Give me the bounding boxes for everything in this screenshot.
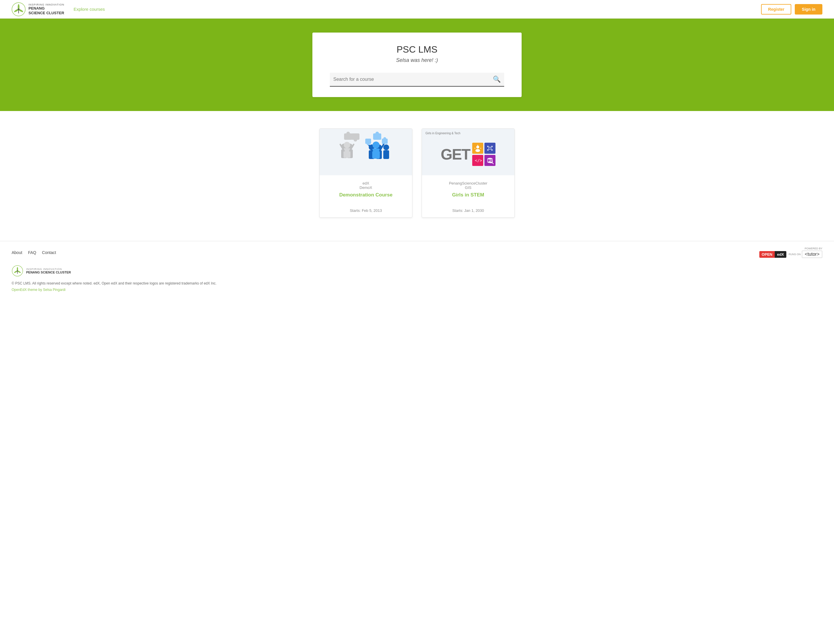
footer-about-link[interactable]: About: [11, 250, 23, 255]
logo-name: PENANGSCIENCE CLUSTER: [29, 6, 64, 15]
footer-contact-link[interactable]: Contact: [42, 250, 56, 255]
explore-courses-link[interactable]: Explore courses: [74, 6, 105, 11]
search-icon: 🔍: [493, 76, 501, 83]
search-input[interactable]: [331, 76, 491, 83]
svg-rect-25: [383, 150, 389, 159]
course-body-stem: PenangScienceCluster GIS Girls in STEM S…: [422, 175, 514, 217]
course-image-demo: [320, 129, 412, 175]
demo-course-illustration: [328, 131, 404, 173]
course-num-demo: DemoX: [359, 185, 372, 190]
footer: About FAQ Contact POWERED BY OPEN edX RU…: [0, 241, 834, 303]
openedx-badge: OPEN edX: [759, 251, 786, 258]
footer-logo-text: INSPIRING INNOVATION PENANG SCIENCE CLUS…: [26, 268, 71, 274]
hero-title: PSC LMS: [330, 44, 504, 55]
navbar: INSPIRING INNOVATION PENANGSCIENCE CLUST…: [0, 0, 834, 19]
svg-rect-13: [343, 148, 351, 158]
signin-button[interactable]: Sign in: [795, 4, 823, 15]
get-cell-3: </>: [472, 155, 483, 166]
footer-tagline: INSPIRING INNOVATION: [26, 268, 71, 270]
svg-point-41: [489, 147, 491, 149]
get-icons-grid: </>: [472, 143, 495, 166]
open-label: OPEN: [759, 251, 775, 258]
logo-icon: [11, 2, 26, 16]
svg-line-56: [492, 163, 493, 164]
search-bar: 🔍: [330, 73, 504, 87]
footer-links: About FAQ Contact: [11, 250, 56, 255]
course-start-demo: Starts: Feb 5, 2013: [350, 201, 382, 213]
footer-top: About FAQ Contact POWERED BY OPEN edX RU…: [11, 247, 823, 258]
footer-theme-link[interactable]: OpenEdX theme by Selsa Pingardi: [11, 288, 823, 292]
svg-point-61: [17, 270, 18, 272]
navbar-left: INSPIRING INNOVATION PENANGSCIENCE CLUST…: [11, 2, 105, 16]
hero-card: PSC LMS Selsa was here! :) 🔍: [312, 32, 522, 97]
logo-tagline: INSPIRING INNOVATION: [29, 3, 64, 6]
course-card-demo[interactable]: edX DemoX Demonstration Course Starts: F…: [319, 128, 412, 218]
svg-point-12: [344, 142, 350, 148]
course-title-demo[interactable]: Demonstration Course: [339, 192, 392, 198]
course-image-stem: Girls in Engineering & Tech GET: [422, 129, 514, 175]
svg-point-31: [367, 142, 370, 145]
navbar-right: Register Sign in: [761, 4, 823, 15]
search-button[interactable]: 🔍: [491, 74, 503, 84]
get-cell-2: [485, 143, 495, 154]
register-button[interactable]: Register: [761, 4, 791, 15]
course-org-demo: edX: [362, 181, 369, 185]
powered-by-label: POWERED BY: [805, 247, 823, 250]
get-label-text: Girls in Engineering & Tech: [425, 132, 460, 135]
course-body-demo: edX DemoX Demonstration Course Starts: F…: [320, 175, 412, 217]
footer-faq-link[interactable]: FAQ: [28, 250, 36, 255]
svg-point-7: [346, 132, 350, 135]
course-title-stem[interactable]: Girls in STEM: [452, 192, 485, 198]
course-start-stem: Starts: Jan 1, 2030: [452, 201, 484, 213]
footer-bottom: INSPIRING INNOVATION PENANG SCIENCE CLUS…: [11, 265, 823, 292]
runs-on-label: RUNS ON: [789, 253, 801, 256]
logo-text-area: INSPIRING INNOVATION PENANGSCIENCE CLUST…: [29, 3, 64, 15]
course-card-stem[interactable]: Girls in Engineering & Tech GET: [422, 128, 515, 218]
hero-section: PSC LMS Selsa was here! :) 🔍: [0, 19, 834, 111]
footer-org-name: PENANG SCIENCE CLUSTER: [26, 270, 71, 274]
svg-point-24: [383, 144, 389, 150]
get-acronym: GET: [441, 146, 470, 163]
logo-area: INSPIRING INNOVATION PENANGSCIENCE CLUST…: [11, 2, 64, 16]
svg-point-26: [373, 142, 380, 149]
svg-rect-27: [372, 149, 380, 159]
hero-subtitle: Selsa was here! :): [330, 57, 504, 63]
course-num-stem: GIS: [465, 185, 471, 190]
svg-point-19: [375, 132, 379, 135]
footer-logo-icon: [11, 265, 23, 277]
svg-point-33: [383, 137, 386, 140]
courses-section: edX DemoX Demonstration Course Starts: F…: [0, 111, 834, 241]
powered-badges: OPEN edX RUNS ON <tutor>: [759, 251, 823, 258]
svg-point-17: [354, 138, 357, 142]
get-cell-4: [485, 155, 495, 166]
tutor-badge: <tutor>: [802, 251, 823, 258]
footer-powered-area: POWERED BY OPEN edX RUNS ON <tutor>: [759, 247, 823, 258]
get-illustration: Girls in Engineering & Tech GET: [422, 129, 514, 175]
footer-copyright: © PSC LMS. All rights reserved except wh…: [11, 281, 823, 285]
footer-logo-area: INSPIRING INNOVATION PENANG SCIENCE CLUS…: [11, 265, 823, 277]
edx-label: edX: [775, 251, 786, 258]
svg-point-4: [18, 8, 19, 10]
get-cell-1: [472, 143, 483, 154]
course-org-stem: PenangScienceCluster: [449, 181, 487, 185]
svg-text:</>: </>: [475, 158, 482, 163]
